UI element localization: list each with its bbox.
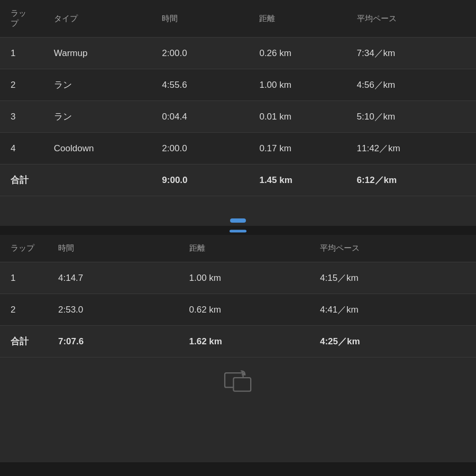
table-row: 4 Cooldown 2:00.0 0.17 km 11:42／km: [0, 133, 476, 164]
total-pace: 4:25／km: [309, 326, 476, 358]
scroll-indicator: [230, 218, 246, 223]
lap-pace: 5:10／km: [346, 101, 477, 133]
lap-pace: 11:42／km: [346, 133, 477, 164]
total-label: 合計: [0, 326, 48, 358]
lap-pace: 4:41／km: [309, 294, 476, 326]
lap-time: 2:00.0: [151, 38, 249, 69]
lap-distance: 0.62 km: [179, 294, 310, 326]
total-distance: 1.62 km: [179, 326, 310, 358]
section-1: ラップ タイプ 時間 距離 平均ペース 1 Warmup 2:00.0 0.26…: [0, 0, 476, 227]
lap-pace: 7:34／km: [346, 38, 477, 69]
lap-number: 1: [0, 38, 43, 69]
lap-distance: 1.00 km: [179, 262, 310, 294]
total-pace: 6:12／km: [346, 164, 477, 196]
lap-number: 3: [0, 101, 43, 133]
total-type-empty: [43, 164, 152, 196]
col-header-pace-1: 平均ペース: [346, 0, 477, 38]
col-header-pace-2: 平均ペース: [309, 235, 476, 262]
lap-distance: 0.01 km: [249, 101, 346, 133]
lap-time: 4:14.7: [48, 262, 179, 294]
header-row-1: ラップ タイプ 時間 距離 平均ペース: [0, 0, 476, 38]
table-1: ラップ タイプ 時間 距離 平均ペース 1 Warmup 2:00.0 0.26…: [0, 0, 476, 196]
col-header-time-2: 時間: [48, 235, 179, 262]
svg-rect-1: [233, 378, 251, 391]
lap-pace: 4:15／km: [309, 262, 476, 294]
col-header-dist-2: 距離: [179, 235, 310, 262]
col-header-dist-1: 距離: [249, 0, 346, 38]
lap-distance: 1.00 km: [249, 69, 346, 101]
lap-number: 2: [0, 69, 43, 101]
total-label: 合計: [0, 164, 43, 196]
lap-distance: 0.26 km: [249, 38, 346, 69]
total-time: 7:07.6: [48, 326, 179, 358]
sync-icon: [224, 368, 253, 395]
table-row: 3 ラン 0:04.4 0.01 km 5:10／km: [0, 101, 476, 133]
lap-time: 0:04.4: [151, 101, 249, 133]
total-distance: 1.45 km: [249, 164, 346, 196]
section-2: ラップ 時間 距離 平均ペース 1 4:14.7 1.00 km 4:15／km…: [0, 235, 476, 462]
lap-time: 2:53.0: [48, 294, 179, 326]
lap-type: Cooldown: [43, 133, 152, 164]
lap-time: 2:00.0: [151, 133, 249, 164]
lap-distance: 0.17 km: [249, 133, 346, 164]
lap-type: ラン: [43, 101, 152, 133]
col-header-time-1: 時間: [151, 0, 249, 38]
divider-bar: [230, 230, 246, 233]
table-row: 2 ラン 4:55.6 1.00 km 4:56／km: [0, 69, 476, 101]
col-header-lap-2: ラップ: [0, 235, 48, 262]
total-row-1: 合計 9:00.0 1.45 km 6:12／km: [0, 164, 476, 196]
sync-icon-container[interactable]: [0, 358, 476, 405]
lap-number: 2: [0, 294, 48, 326]
table-row: 1 4:14.7 1.00 km 4:15／km: [0, 262, 476, 294]
table-row: 2 2:53.0 0.62 km 4:41／km: [0, 294, 476, 326]
lap-number: 1: [0, 262, 48, 294]
lap-number: 4: [0, 133, 43, 164]
lap-pace: 4:56／km: [346, 69, 477, 101]
total-time: 9:00.0: [151, 164, 249, 196]
lap-time: 4:55.6: [151, 69, 249, 101]
table-2: ラップ 時間 距離 平均ペース 1 4:14.7 1.00 km 4:15／km…: [0, 235, 476, 358]
lap-type: ラン: [43, 69, 152, 101]
section-divider: [0, 227, 476, 235]
total-row-2: 合計 7:07.6 1.62 km 4:25／km: [0, 326, 476, 358]
header-row-2: ラップ 時間 距離 平均ペース: [0, 235, 476, 262]
lap-type: Warmup: [43, 38, 152, 69]
col-header-lap-1: ラップ: [0, 0, 43, 38]
table-row: 1 Warmup 2:00.0 0.26 km 7:34／km: [0, 38, 476, 69]
col-header-type: タイプ: [43, 0, 152, 38]
